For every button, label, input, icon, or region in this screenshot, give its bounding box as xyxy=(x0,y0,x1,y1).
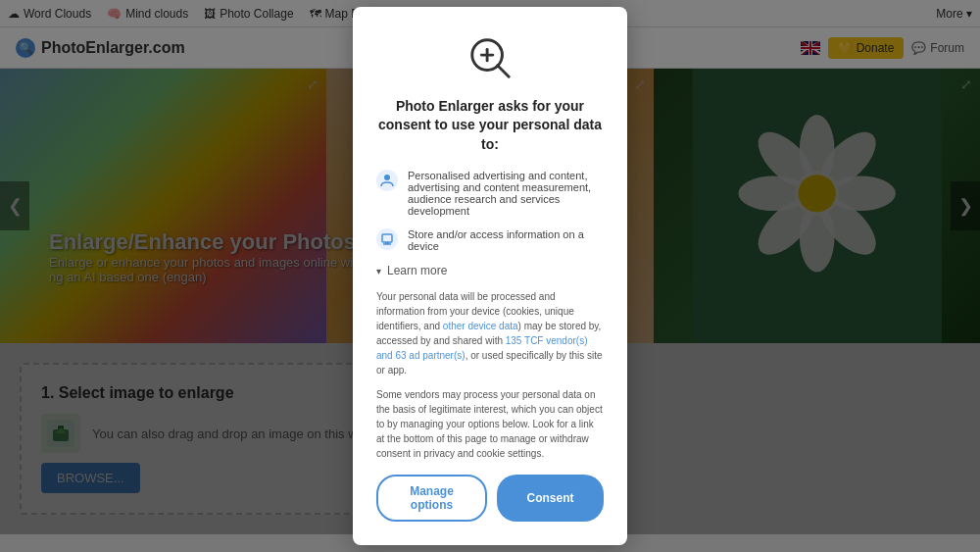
svg-point-33 xyxy=(384,175,390,180)
search-plus-icon xyxy=(466,34,514,81)
consent-device-icon xyxy=(376,228,398,250)
consent-item-1: Personalised advertising and content, ad… xyxy=(376,170,604,217)
svg-rect-34 xyxy=(382,234,392,242)
learn-more-row[interactable]: ▾ Learn more xyxy=(376,264,604,277)
modal-overlay: Photo Enlarger asks for your consent to … xyxy=(0,0,980,552)
consent-person-icon xyxy=(376,170,398,191)
consent-body-text-2: Some vendors may process your personal d… xyxy=(376,387,604,461)
consent-item-2: Store and/or access information on a dev… xyxy=(376,228,604,252)
modal-icon-container xyxy=(376,34,604,85)
other-device-data-link[interactable]: other device data xyxy=(443,321,518,331)
consent-buttons: Manage options Consent xyxy=(376,475,604,522)
consent-button[interactable]: Consent xyxy=(497,475,604,522)
chevron-down-icon: ▾ xyxy=(376,266,381,276)
consent-modal: Photo Enlarger asks for your consent to … xyxy=(353,7,627,546)
modal-title: Photo Enlarger asks for your consent to … xyxy=(376,97,604,155)
manage-options-button[interactable]: Manage options xyxy=(376,475,487,522)
svg-line-30 xyxy=(498,65,510,76)
consent-body-text-1: Your personal data will be processed and… xyxy=(376,289,604,377)
